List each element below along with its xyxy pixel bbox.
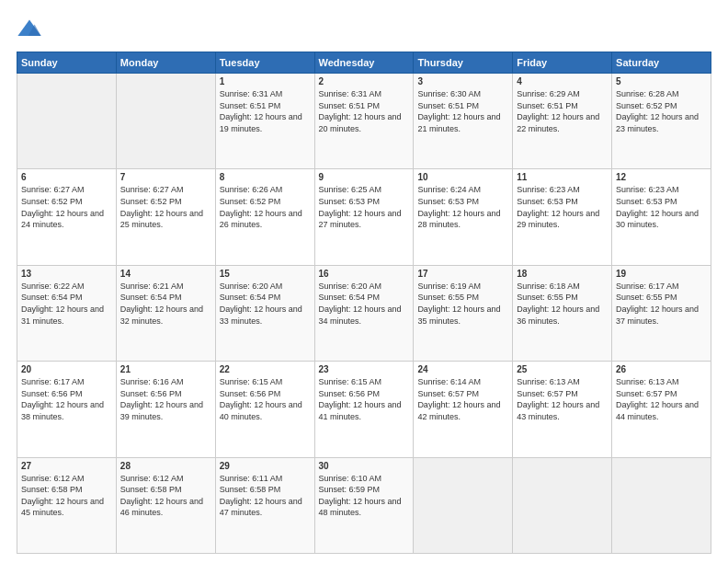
calendar-cell: 19Sunrise: 6:17 AMSunset: 6:55 PMDayligh… <box>612 265 711 361</box>
day-number: 3 <box>417 76 508 86</box>
day-info: Sunrise: 6:20 AMSunset: 6:54 PMDaylight:… <box>220 281 311 327</box>
day-info: Sunrise: 6:19 AMSunset: 6:55 PMDaylight:… <box>417 281 508 327</box>
day-info: Sunrise: 6:23 AMSunset: 6:53 PMDaylight:… <box>517 184 608 230</box>
day-info: Sunrise: 6:10 AMSunset: 6:59 PMDaylight:… <box>319 473 410 519</box>
weekday-header: Thursday <box>414 52 513 74</box>
day-number: 25 <box>517 364 608 374</box>
calendar-cell: 12Sunrise: 6:23 AMSunset: 6:53 PMDayligh… <box>612 169 711 265</box>
calendar-cell: 10Sunrise: 6:24 AMSunset: 6:53 PMDayligh… <box>414 169 513 265</box>
day-info: Sunrise: 6:21 AMSunset: 6:54 PMDaylight:… <box>120 281 211 327</box>
day-number: 21 <box>120 364 211 374</box>
page: SundayMondayTuesdayWednesdayThursdayFrid… <box>0 0 728 563</box>
day-info: Sunrise: 6:27 AMSunset: 6:52 PMDaylight:… <box>120 184 211 230</box>
day-info: Sunrise: 6:13 AMSunset: 6:57 PMDaylight:… <box>616 376 707 422</box>
day-number: 30 <box>319 461 410 471</box>
day-info: Sunrise: 6:29 AMSunset: 6:51 PMDaylight:… <box>517 88 608 134</box>
day-info: Sunrise: 6:13 AMSunset: 6:57 PMDaylight:… <box>517 376 608 422</box>
day-info: Sunrise: 6:12 AMSunset: 6:58 PMDaylight:… <box>120 473 211 519</box>
calendar-cell <box>17 74 117 169</box>
calendar-cell: 14Sunrise: 6:21 AMSunset: 6:54 PMDayligh… <box>116 265 215 361</box>
weekday-header: Monday <box>116 52 215 74</box>
weekday-header: Saturday <box>612 52 711 74</box>
day-number: 12 <box>616 172 707 182</box>
day-info: Sunrise: 6:17 AMSunset: 6:56 PMDaylight:… <box>21 376 112 422</box>
day-info: Sunrise: 6:31 AMSunset: 6:51 PMDaylight:… <box>319 88 410 134</box>
logo-icon <box>17 17 42 42</box>
calendar-cell: 13Sunrise: 6:22 AMSunset: 6:54 PMDayligh… <box>17 265 117 361</box>
calendar-cell: 5Sunrise: 6:28 AMSunset: 6:52 PMDaylight… <box>612 74 711 169</box>
day-info: Sunrise: 6:20 AMSunset: 6:54 PMDaylight:… <box>319 281 410 327</box>
calendar-cell: 11Sunrise: 6:23 AMSunset: 6:53 PMDayligh… <box>513 169 612 265</box>
calendar-cell: 21Sunrise: 6:16 AMSunset: 6:56 PMDayligh… <box>116 362 215 457</box>
calendar-cell: 29Sunrise: 6:11 AMSunset: 6:58 PMDayligh… <box>215 457 314 553</box>
logo <box>17 17 46 42</box>
day-number: 11 <box>517 172 608 182</box>
day-number: 18 <box>517 269 608 279</box>
calendar-cell: 9Sunrise: 6:25 AMSunset: 6:53 PMDaylight… <box>314 169 414 265</box>
day-number: 29 <box>220 461 311 471</box>
day-number: 20 <box>21 364 112 374</box>
day-info: Sunrise: 6:24 AMSunset: 6:53 PMDaylight:… <box>417 184 508 230</box>
day-number: 23 <box>319 364 410 374</box>
day-info: Sunrise: 6:23 AMSunset: 6:53 PMDaylight:… <box>616 184 707 230</box>
weekday-header: Tuesday <box>215 52 314 74</box>
calendar-cell <box>513 457 612 553</box>
calendar-cell: 30Sunrise: 6:10 AMSunset: 6:59 PMDayligh… <box>314 457 414 553</box>
day-number: 26 <box>616 364 707 374</box>
day-number: 4 <box>517 76 608 86</box>
day-info: Sunrise: 6:17 AMSunset: 6:55 PMDaylight:… <box>616 281 707 327</box>
day-info: Sunrise: 6:14 AMSunset: 6:57 PMDaylight:… <box>417 376 508 422</box>
day-info: Sunrise: 6:15 AMSunset: 6:56 PMDaylight:… <box>220 376 311 422</box>
calendar-cell: 2Sunrise: 6:31 AMSunset: 6:51 PMDaylight… <box>314 74 414 169</box>
calendar-cell: 7Sunrise: 6:27 AMSunset: 6:52 PMDaylight… <box>116 169 215 265</box>
day-info: Sunrise: 6:12 AMSunset: 6:58 PMDaylight:… <box>21 473 112 519</box>
day-number: 1 <box>220 76 311 86</box>
day-number: 19 <box>616 269 707 279</box>
day-info: Sunrise: 6:26 AMSunset: 6:52 PMDaylight:… <box>220 184 311 230</box>
day-number: 5 <box>616 76 707 86</box>
calendar-cell: 4Sunrise: 6:29 AMSunset: 6:51 PMDaylight… <box>513 74 612 169</box>
calendar-cell: 1Sunrise: 6:31 AMSunset: 6:51 PMDaylight… <box>215 74 314 169</box>
weekday-header: Sunday <box>17 52 117 74</box>
day-number: 17 <box>417 269 508 279</box>
day-number: 10 <box>417 172 508 182</box>
weekday-header: Friday <box>513 52 612 74</box>
day-number: 22 <box>220 364 311 374</box>
calendar-cell: 8Sunrise: 6:26 AMSunset: 6:52 PMDaylight… <box>215 169 314 265</box>
day-number: 28 <box>120 461 211 471</box>
day-number: 14 <box>120 269 211 279</box>
day-info: Sunrise: 6:28 AMSunset: 6:52 PMDaylight:… <box>616 88 707 134</box>
calendar-table: SundayMondayTuesdayWednesdayThursdayFrid… <box>17 52 711 554</box>
day-info: Sunrise: 6:18 AMSunset: 6:55 PMDaylight:… <box>517 281 608 327</box>
day-info: Sunrise: 6:25 AMSunset: 6:53 PMDaylight:… <box>319 184 410 230</box>
calendar-cell: 15Sunrise: 6:20 AMSunset: 6:54 PMDayligh… <box>215 265 314 361</box>
day-info: Sunrise: 6:16 AMSunset: 6:56 PMDaylight:… <box>120 376 211 422</box>
day-number: 16 <box>319 269 410 279</box>
day-number: 24 <box>417 364 508 374</box>
calendar-cell: 20Sunrise: 6:17 AMSunset: 6:56 PMDayligh… <box>17 362 117 457</box>
calendar-cell: 26Sunrise: 6:13 AMSunset: 6:57 PMDayligh… <box>612 362 711 457</box>
day-info: Sunrise: 6:15 AMSunset: 6:56 PMDaylight:… <box>319 376 410 422</box>
calendar-cell: 28Sunrise: 6:12 AMSunset: 6:58 PMDayligh… <box>116 457 215 553</box>
day-number: 15 <box>220 269 311 279</box>
day-number: 13 <box>21 269 112 279</box>
calendar-cell: 25Sunrise: 6:13 AMSunset: 6:57 PMDayligh… <box>513 362 612 457</box>
calendar-cell: 17Sunrise: 6:19 AMSunset: 6:55 PMDayligh… <box>414 265 513 361</box>
day-number: 7 <box>120 172 211 182</box>
header <box>17 17 711 42</box>
day-info: Sunrise: 6:22 AMSunset: 6:54 PMDaylight:… <box>21 281 112 327</box>
calendar-cell: 27Sunrise: 6:12 AMSunset: 6:58 PMDayligh… <box>17 457 117 553</box>
calendar-cell: 16Sunrise: 6:20 AMSunset: 6:54 PMDayligh… <box>314 265 414 361</box>
calendar-cell: 3Sunrise: 6:30 AMSunset: 6:51 PMDaylight… <box>414 74 513 169</box>
day-info: Sunrise: 6:27 AMSunset: 6:52 PMDaylight:… <box>21 184 112 230</box>
calendar-cell: 23Sunrise: 6:15 AMSunset: 6:56 PMDayligh… <box>314 362 414 457</box>
day-number: 2 <box>319 76 410 86</box>
calendar-cell: 18Sunrise: 6:18 AMSunset: 6:55 PMDayligh… <box>513 265 612 361</box>
day-number: 27 <box>21 461 112 471</box>
day-number: 8 <box>220 172 311 182</box>
calendar-cell: 24Sunrise: 6:14 AMSunset: 6:57 PMDayligh… <box>414 362 513 457</box>
calendar-cell <box>612 457 711 553</box>
day-info: Sunrise: 6:30 AMSunset: 6:51 PMDaylight:… <box>417 88 508 134</box>
day-number: 9 <box>319 172 410 182</box>
day-number: 6 <box>21 172 112 182</box>
